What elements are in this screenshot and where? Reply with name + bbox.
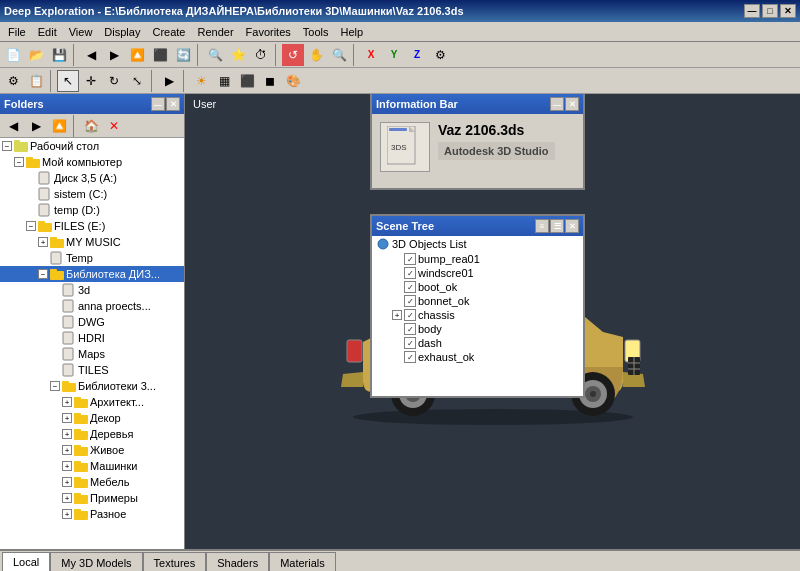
tree-expand-biblio3[interactable]: − [50,381,60,391]
tb2-scale[interactable]: ⤡ [126,70,148,92]
folder-item-cars[interactable]: +Машинки [0,458,184,474]
scene-row-0[interactable]: 3D Objects List [372,236,583,252]
folder-item-decor[interactable]: +Декор [0,410,184,426]
tb-search[interactable]: 🔍 [204,44,226,66]
scene-checkbox-1[interactable]: ✓ [404,253,416,265]
tb-x-axis[interactable]: X [360,44,382,66]
scene-checkbox-8[interactable]: ✓ [404,351,416,363]
folder-item-temp[interactable]: Temp [0,250,184,266]
folder-item-alive[interactable]: +Живое [0,442,184,458]
folders-close[interactable]: ✕ [166,97,180,111]
folder-item-mymusic[interactable]: +MY MUSIC [0,234,184,250]
scene-row-3[interactable]: ✓boot_ok [372,280,583,294]
scene-checkbox-2[interactable]: ✓ [404,267,416,279]
scene-row-7[interactable]: ✓dash [372,336,583,350]
tree-expand-arch[interactable]: + [62,397,72,407]
viewport-panel[interactable]: User [185,94,800,549]
tb2-1[interactable]: ⚙ [2,70,24,92]
folder-item-furni[interactable]: +Мебель [0,474,184,490]
tree-expand-biblio[interactable]: − [38,269,48,279]
tb-favorites[interactable]: ⭐ [227,44,249,66]
tab-textures[interactable]: Textures [143,552,207,571]
folder-item-anna[interactable]: anna proects... [0,298,184,314]
scene-row-6[interactable]: ✓body [372,322,583,336]
folder-item-examples[interactable]: +Примеры [0,490,184,506]
tab-local[interactable]: Local [2,552,50,571]
folder-item-trees[interactable]: +Деревья [0,426,184,442]
tb-zoom[interactable]: 🔍 [328,44,350,66]
tb2-wire[interactable]: ▦ [213,70,235,92]
ft-close[interactable]: ✕ [103,115,125,137]
folder-item-biblio3[interactable]: −Библиотеки 3... [0,378,184,394]
folder-item-3d[interactable]: 3d [0,282,184,298]
tb2-render2[interactable]: 🎨 [282,70,304,92]
menu-tools[interactable]: Tools [297,24,335,40]
menu-favorites[interactable]: Favorites [240,24,297,40]
folder-item-tiles[interactable]: TILES [0,362,184,378]
scene-checkbox-3[interactable]: ✓ [404,281,416,293]
folder-item-hdri[interactable]: HDRI [0,330,184,346]
tb2-light[interactable]: ☀ [190,70,212,92]
tab-materials[interactable]: Materials [269,552,336,571]
tb-back[interactable]: ◀ [80,44,102,66]
scene-row-4[interactable]: ✓bonnet_ok [372,294,583,308]
scene-checkbox-5[interactable]: ✓ [404,309,416,321]
tb2-shade[interactable]: ◼ [259,70,281,92]
tree-expand-desktop[interactable]: − [2,141,12,151]
tree-expand-misc[interactable]: + [62,509,72,519]
tab-shaders[interactable]: Shaders [206,552,269,571]
ft-back[interactable]: ◀ [2,115,24,137]
info-panel-close[interactable]: ✕ [565,97,579,111]
tree-expand-alive[interactable]: + [62,445,72,455]
tb2-solid[interactable]: ⬛ [236,70,258,92]
tree-expand-mymusic[interactable]: + [38,237,48,247]
scene-expand-5[interactable]: + [392,310,402,320]
tree-expand-mycomp[interactable]: − [14,157,24,167]
tree-expand-furni[interactable]: + [62,477,72,487]
folder-item-tempd[interactable]: temp (D:) [0,202,184,218]
ft-up[interactable]: 🔼 [48,115,70,137]
scene-panel-list[interactable]: ☰ [550,219,564,233]
tree-expand-decor[interactable]: + [62,413,72,423]
scene-checkbox-7[interactable]: ✓ [404,337,416,349]
scene-row-2[interactable]: ✓windscre01 [372,266,583,280]
folder-item-biblio[interactable]: −Библиотека ДИЗ... [0,266,184,282]
folder-item-maps[interactable]: Maps [0,346,184,362]
scene-checkbox-4[interactable]: ✓ [404,295,416,307]
tb-forward[interactable]: ▶ [103,44,125,66]
folder-item-desktop[interactable]: −Рабочий стол [0,138,184,154]
folder-item-filese[interactable]: −FILES (E:) [0,218,184,234]
menu-view[interactable]: View [63,24,99,40]
menu-help[interactable]: Help [334,24,369,40]
menu-display[interactable]: Display [98,24,146,40]
menu-render[interactable]: Render [191,24,239,40]
scene-panel-dots[interactable]: ≡ [535,219,549,233]
maximize-button[interactable]: □ [762,4,778,18]
menu-edit[interactable]: Edit [32,24,63,40]
tb-stop[interactable]: ⬛ [149,44,171,66]
tb2-select[interactable]: ↖ [57,70,79,92]
info-panel-minimize[interactable]: — [550,97,564,111]
tb-open[interactable]: 📂 [25,44,47,66]
tb-pan[interactable]: ✋ [305,44,327,66]
scene-row-1[interactable]: ✓bump_rea01 [372,252,583,266]
ft-fwd[interactable]: ▶ [25,115,47,137]
tab-my3d[interactable]: My 3D Models [50,552,142,571]
scene-tree-content[interactable]: 3D Objects List✓bump_rea01✓windscre01✓bo… [372,236,583,396]
folder-item-sistemc[interactable]: sistem (C:) [0,186,184,202]
folder-tree[interactable]: −Рабочий стол−Мой компьютерДиск 3,5 (A:)… [0,138,184,549]
menu-file[interactable]: File [2,24,32,40]
scene-row-5[interactable]: +✓chassis [372,308,583,322]
tree-expand-filese[interactable]: − [26,221,36,231]
tb2-move[interactable]: ✛ [80,70,102,92]
tree-expand-trees[interactable]: + [62,429,72,439]
scene-checkbox-6[interactable]: ✓ [404,323,416,335]
tb-save[interactable]: 💾 [48,44,70,66]
tb-rotate[interactable]: ↺ [282,44,304,66]
ft-home[interactable]: 🏠 [80,115,102,137]
minimize-button[interactable]: — [744,4,760,18]
tree-expand-examples[interactable]: + [62,493,72,503]
scene-panel-close[interactable]: ✕ [565,219,579,233]
tb-history[interactable]: ⏱ [250,44,272,66]
tb-z-axis[interactable]: Z [406,44,428,66]
